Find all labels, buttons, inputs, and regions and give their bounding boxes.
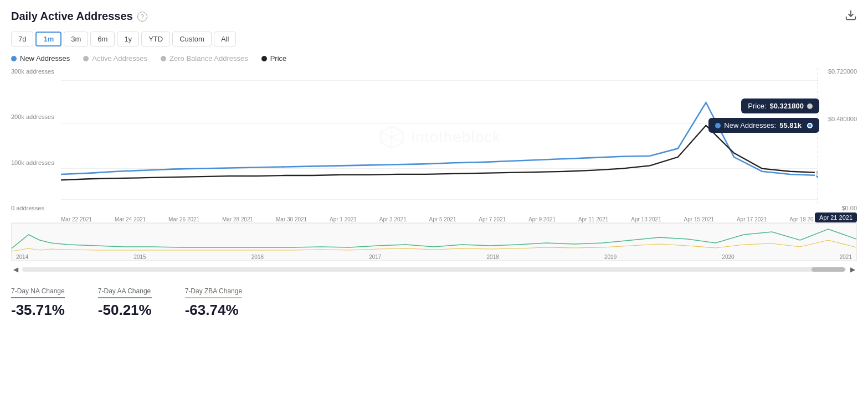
time-btn-all[interactable]: All <box>214 32 236 46</box>
x-label-6: Apr 3 2021 <box>379 216 407 222</box>
y-label-300k: 300k addresses <box>11 68 54 75</box>
x-label-5: Apr 1 2021 <box>330 216 357 222</box>
x-label-8: Apr 7 2021 <box>479 216 506 222</box>
time-btn-custom[interactable]: Custom <box>172 32 212 46</box>
tooltip-na-label: New Addresses: <box>724 121 776 129</box>
tooltip-price-dot <box>807 103 813 109</box>
y-label-200k: 200k addresses <box>11 113 54 120</box>
legend-dot-price <box>261 56 267 61</box>
x-label-14: Apr 19 20... <box>789 216 818 222</box>
x-label-0: Mar 22 2021 <box>61 216 92 222</box>
date-highlight: Apr 21 2021 <box>815 212 857 222</box>
y-label-right-mid1: $0.480000 <box>828 116 857 122</box>
chart-svg-container: intotheblock <box>61 68 818 206</box>
stat-zba-underline <box>185 297 242 298</box>
header-row: Daily Active Addresses ? <box>11 9 857 24</box>
stat-zba-label: 7-Day ZBA Change <box>185 287 242 295</box>
mini-chart-labels: 2014 2015 2016 2017 2018 2019 2020 2021 <box>12 254 856 260</box>
tooltip-na-end-dot <box>807 123 813 128</box>
scroll-right-arrow[interactable]: ▶ <box>848 265 857 274</box>
tooltip-new-addresses: New Addresses: 55.81k <box>708 118 819 133</box>
x-label-10: Apr 11 2021 <box>578 216 609 222</box>
x-label-4: Mar 30 2021 <box>276 216 307 222</box>
time-controls: 7d 1m 3m 6m 1y YTD Custom All <box>11 32 857 46</box>
stat-na-value: -35.71% <box>11 302 65 319</box>
stat-zba-value: -63.74% <box>185 302 242 319</box>
legend-active-addresses[interactable]: Active Addresses <box>83 54 147 63</box>
help-icon[interactable]: ? <box>137 12 147 22</box>
x-axis-labels: Mar 22 2021 Mar 24 2021 Mar 26 2021 Mar … <box>61 216 818 222</box>
stat-aa-change: 7-Day AA Change -50.21% <box>98 287 152 319</box>
time-btn-6m[interactable]: 6m <box>90 32 115 46</box>
mini-label-2020: 2020 <box>722 254 734 260</box>
legend-dot-new-addresses <box>11 56 17 61</box>
mini-label-2021: 2021 <box>840 254 852 260</box>
stat-zba-change: 7-Day ZBA Change -63.74% <box>185 287 242 319</box>
y-label-0: 0 addresses <box>11 205 54 211</box>
mini-chart-svg <box>12 224 856 254</box>
stat-aa-label: 7-Day AA Change <box>98 287 152 295</box>
main-container: Daily Active Addresses ? 7d 1m 3m 6m 1y … <box>0 0 868 328</box>
stat-aa-underline <box>98 297 152 298</box>
title-area: Daily Active Addresses ? <box>11 10 147 23</box>
scroll-track[interactable] <box>22 267 846 272</box>
legend-label-active-addresses: Active Addresses <box>92 54 147 63</box>
x-label-13: Apr 17 2021 <box>737 216 767 222</box>
x-label-2: Mar 26 2021 <box>168 216 199 222</box>
download-icon[interactable] <box>845 9 857 24</box>
tooltip-price-label: Price: <box>748 102 766 110</box>
x-label-12: Apr 15 2021 <box>684 216 715 222</box>
y-label-right-top: $0.720000 <box>828 68 857 75</box>
mini-label-2015: 2015 <box>133 254 146 260</box>
tooltip-na-value: 55.81k <box>779 121 802 129</box>
scroll-thumb[interactable] <box>811 267 845 272</box>
y-axis-left: 300k addresses 200k addresses 100k addre… <box>11 68 54 222</box>
stats-row: 7-Day NA Change -35.71% 7-Day AA Change … <box>11 283 857 319</box>
x-label-11: Apr 13 2021 <box>631 216 661 222</box>
legend-price[interactable]: Price <box>261 54 287 63</box>
time-btn-1m[interactable]: 1m <box>35 32 61 46</box>
legend-new-addresses[interactable]: New Addresses <box>11 54 70 63</box>
mini-label-2016: 2016 <box>251 254 264 260</box>
y-axis-right: $0.720000 $0.480000 $0.00 <box>828 68 857 222</box>
svg-point-7 <box>815 170 818 175</box>
legend-label-price: Price <box>270 54 287 63</box>
time-btn-3m[interactable]: 3m <box>64 32 88 46</box>
legend-zero-balance[interactable]: Zero Balance Addresses <box>161 54 248 63</box>
legend-row: New Addresses Active Addresses Zero Bala… <box>11 54 857 63</box>
scrollbar-row: ◀ ▶ <box>11 265 857 274</box>
legend-dot-zero-balance <box>161 56 166 61</box>
stat-na-change: 7-Day NA Change -35.71% <box>11 287 65 319</box>
x-label-1: Mar 24 2021 <box>115 216 146 222</box>
time-btn-7d[interactable]: 7d <box>11 32 33 46</box>
time-btn-ytd[interactable]: YTD <box>141 32 170 46</box>
mini-label-2019: 2019 <box>604 254 617 260</box>
stat-na-underline <box>11 297 65 298</box>
legend-label-new-addresses: New Addresses <box>20 54 70 63</box>
mini-label-2014: 2014 <box>16 254 28 260</box>
chart-title: Daily Active Addresses <box>11 10 133 23</box>
x-label-3: Mar 28 2021 <box>222 216 253 222</box>
x-label-9: Apr 9 2021 <box>528 216 556 222</box>
tooltip-price: Price: $0.321800 <box>741 98 819 113</box>
tooltip-na-dot <box>715 123 721 128</box>
scroll-left-arrow[interactable]: ◀ <box>11 265 20 274</box>
x-label-7: Apr 5 2021 <box>429 216 456 222</box>
mini-label-2018: 2018 <box>487 254 499 260</box>
legend-dot-active-addresses <box>83 56 89 61</box>
legend-label-zero-balance: Zero Balance Addresses <box>170 54 248 63</box>
main-chart-area: 300k addresses 200k addresses 100k addre… <box>11 68 857 223</box>
stat-na-label: 7-Day NA Change <box>11 287 65 295</box>
mini-label-2017: 2017 <box>369 254 381 260</box>
tooltip-price-value: $0.321800 <box>770 102 804 110</box>
y-label-100k: 100k addresses <box>11 159 54 166</box>
time-btn-1y[interactable]: 1y <box>117 32 139 46</box>
y-label-right-bot: $0.00 <box>828 205 857 211</box>
chart-svg <box>61 68 818 206</box>
stat-aa-value: -50.21% <box>98 302 152 319</box>
mini-chart-container[interactable]: 2014 2015 2016 2017 2018 2019 2020 2021 <box>11 223 857 261</box>
